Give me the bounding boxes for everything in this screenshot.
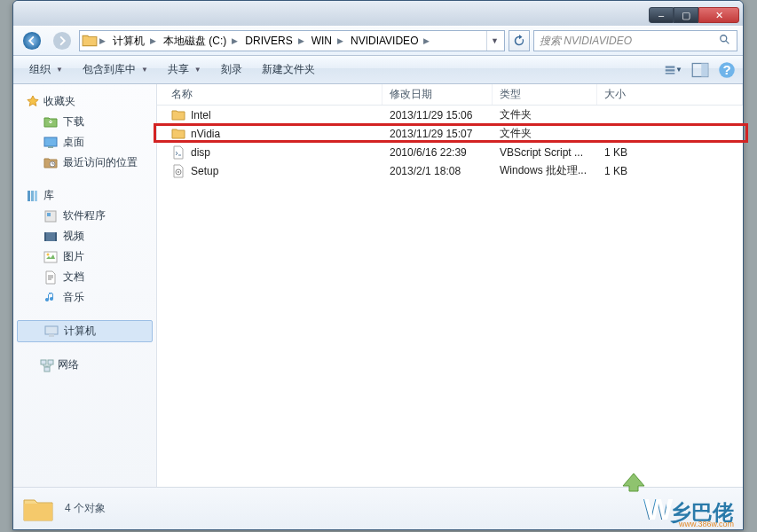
svg-rect-15 [35,191,37,201]
chevron-down-icon: ▼ [141,66,148,74]
download-icon [43,115,58,129]
svg-rect-26 [48,360,53,364]
new-folder-button[interactable]: 新建文件夹 [253,59,324,81]
folder-icon [171,108,185,122]
document-icon [43,270,58,285]
picture-icon [43,250,58,264]
svg-rect-25 [41,360,46,364]
file-row[interactable]: disp 2010/6/16 22:39 VBScript Script ...… [157,143,743,161]
titlebar[interactable]: – ▢ ✕ [13,1,743,26]
sidebar-item-apps[interactable]: 软件程序 [13,206,156,226]
libraries-group[interactable]: 库 [13,185,156,206]
svg-rect-4 [666,69,675,71]
folder-large-icon [22,493,54,525]
organize-button[interactable]: 组织▼ [20,59,72,81]
svg-rect-14 [31,191,34,201]
sidebar-item-network[interactable]: 网络 [13,355,156,375]
music-icon [43,291,58,305]
script-icon [171,145,185,160]
share-button[interactable]: 共享▼ [159,59,210,81]
maximize-button[interactable]: ▢ [674,7,698,23]
search-icon[interactable] [719,34,731,49]
favorites-label: 收藏夹 [43,94,75,109]
breadcrumb-item[interactable]: 本地磁盘 (C:) [158,31,230,51]
breadcrumb-item[interactable]: WIN [306,31,335,51]
refresh-button[interactable] [509,30,530,51]
sidebar-item-documents[interactable]: 文档 [13,267,156,287]
command-bar: 组织▼ 包含到库中▼ 共享▼ 刻录 新建文件夹 ▼ ? [13,56,743,84]
svg-rect-24 [49,334,54,337]
breadcrumb-item[interactable]: 计算机 [107,31,148,51]
file-row[interactable]: Intel 2013/11/29 15:06 文件夹 [157,106,743,124]
sidebar-item-videos[interactable]: 视频 [13,226,156,246]
network-icon [40,358,54,372]
svg-point-0 [23,32,41,50]
video-icon [43,230,58,244]
col-date[interactable]: 修改日期 [382,84,493,105]
address-dropdown[interactable]: ▼ [486,31,502,51]
chevron-down-icon: ▼ [56,66,63,74]
svg-rect-27 [44,367,50,372]
svg-rect-10 [44,137,57,146]
star-icon [26,95,40,109]
desktop-icon [43,136,58,150]
svg-rect-20 [55,232,57,241]
view-options-button[interactable]: ▼ [665,61,682,79]
burn-button[interactable]: 刻录 [212,59,251,81]
preview-pane-button[interactable] [691,61,709,79]
help-button[interactable]: ? [718,61,736,79]
content-body: 收藏夹 下载 桌面 最近访问的位置 库 软件程序 视频 图片 文档 音乐 计算机 [13,84,743,487]
column-headers: 名称 修改日期 类型 大小 [157,84,743,106]
file-row[interactable]: Setup 2013/2/1 18:08 Windows 批处理... 1 KB [157,161,743,180]
breadcrumb-item[interactable]: DRIVERS [240,31,296,51]
nav-pane[interactable]: 收藏夹 下载 桌面 最近访问的位置 库 软件程序 视频 图片 文档 音乐 计算机 [13,84,157,487]
chevron-right-icon[interactable]: ▶ [148,36,158,45]
window-controls: – ▢ ✕ [649,4,743,23]
sidebar-item-desktop[interactable]: 桌面 [13,132,156,153]
batch-icon [171,164,185,178]
forward-button[interactable] [49,30,75,51]
search-input[interactable]: 搜索 NVIDIAVIDEO [533,30,737,51]
file-rows: Intel 2013/11/29 15:06 文件夹 nVidia 2013/1… [157,106,743,180]
sidebar-item-computer[interactable]: 计算机 [17,320,153,342]
search-placeholder: 搜索 NVIDIAVIDEO [540,34,632,49]
col-size[interactable]: 大小 [597,84,743,105]
file-row[interactable]: nVidia 2013/11/29 15:07 文件夹 [157,124,743,143]
col-name[interactable]: 名称 [157,84,382,105]
sidebar-item-recent[interactable]: 最近访问的位置 [13,153,156,173]
app-icon [43,209,58,223]
svg-rect-18 [44,232,57,241]
status-count: 4 个对象 [65,501,106,516]
explorer-window: – ▢ ✕ ▶ 计算机 ▶ 本地磁盘 (C:) ▶ DRIVERS ▶ WIN … [12,0,744,530]
library-icon [26,189,40,203]
svg-rect-3 [666,66,675,67]
svg-rect-5 [666,73,675,74]
sidebar-item-downloads[interactable]: 下载 [13,112,156,132]
chevron-right-icon[interactable]: ▶ [422,36,431,45]
libraries-label: 库 [43,188,54,203]
chevron-right-icon[interactable]: ▶ [335,36,345,45]
chevron-right-icon[interactable]: ▶ [230,36,240,45]
file-list-pane: 名称 修改日期 类型 大小 Intel 2013/11/29 15:06 文件夹… [157,84,743,487]
computer-icon [44,325,59,339]
svg-rect-11 [48,146,53,148]
svg-rect-17 [47,213,51,216]
address-bar[interactable]: ▶ 计算机 ▶ 本地磁盘 (C:) ▶ DRIVERS ▶ WIN ▶ NVID… [79,30,505,51]
sidebar-item-music[interactable]: 音乐 [13,287,156,308]
sidebar-item-pictures[interactable]: 图片 [13,246,156,267]
include-library-button[interactable]: 包含到库中▼ [74,59,157,81]
svg-rect-7 [701,63,708,76]
svg-point-22 [47,253,50,255]
chevron-right-icon[interactable]: ▶ [98,36,107,45]
back-button[interactable] [19,30,45,51]
favorites-group[interactable]: 收藏夹 [13,91,156,112]
col-type[interactable]: 类型 [493,84,597,105]
details-pane: 4 个对象 [13,487,743,529]
svg-text:?: ? [722,62,730,77]
minimize-button[interactable]: – [649,7,674,23]
recent-icon [43,156,58,170]
chevron-right-icon[interactable]: ▶ [296,36,306,45]
breadcrumb-item[interactable]: NVIDIAVIDEO [345,31,422,51]
svg-rect-23 [45,326,58,334]
close-button[interactable]: ✕ [698,7,739,23]
